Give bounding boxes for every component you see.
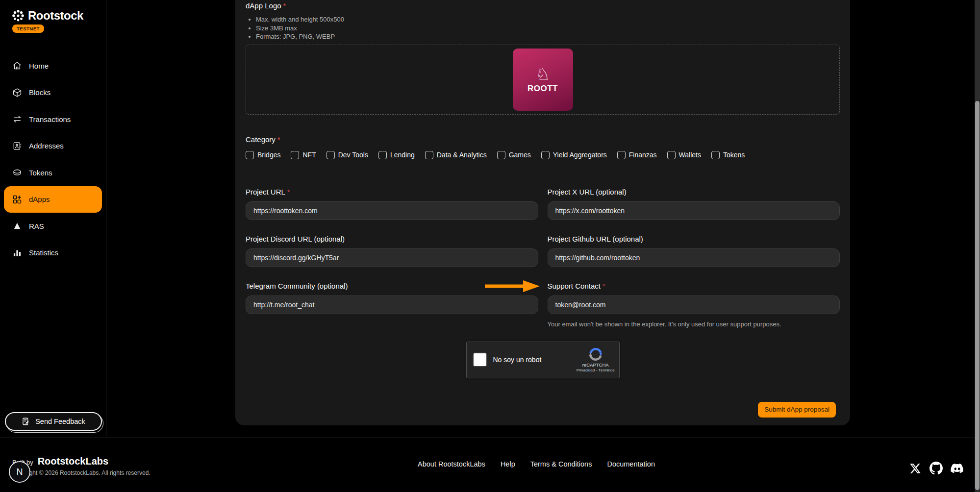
scrollbar-thumb[interactable] — [975, 101, 980, 490]
n-overlay-badge[interactable]: N — [9, 461, 30, 483]
category-option-yield-aggregators[interactable]: Yield Aggregators — [541, 151, 607, 159]
checkbox-icon — [541, 151, 550, 159]
project-url-field: Project URL* — [246, 187, 538, 220]
sidebar-item-ras[interactable]: RAS — [4, 213, 102, 240]
recaptcha-logo-icon — [588, 347, 603, 362]
submit-dapp-proposal-button[interactable]: Submit dApp proposal — [758, 402, 836, 418]
footer-brand[interactable]: RootstockLabs — [38, 456, 108, 467]
checkbox-icon — [246, 151, 254, 159]
checkbox-icon — [497, 151, 505, 159]
sidebar-item-addresses[interactable]: Addresses — [4, 133, 102, 160]
footer-links: About RootstockLabs Help Terms & Conditi… — [418, 460, 655, 468]
support-contact-field: Support Contact* Your email won't be sho… — [548, 281, 840, 328]
sidebar: Rootstock TESTNET Home Blocks Transactio… — [0, 0, 106, 438]
checkbox-icon — [378, 151, 387, 159]
checkbox-icon — [711, 151, 720, 159]
category-option-nft[interactable]: NFT — [291, 151, 316, 159]
project-x-url-field: Project X URL (optional) — [548, 187, 840, 220]
sidebar-item-tokens[interactable]: Tokens — [4, 159, 102, 186]
feedback-form-icon — [22, 417, 30, 426]
required-asterisk: * — [287, 188, 290, 196]
x-icon[interactable] — [908, 462, 922, 475]
recaptcha-privacy-links[interactable]: Privacidad - Términos — [577, 368, 615, 372]
uploaded-logo-preview[interactable]: ♘ ROOTT — [513, 49, 573, 111]
discord-icon[interactable] — [951, 462, 964, 475]
category-option-lending[interactable]: Lending — [378, 151, 415, 159]
feedback-label: Send Feedback — [35, 418, 85, 425]
category-option-tokens[interactable]: Tokens — [711, 151, 745, 159]
sidebar-nav: Home Blocks Transactions Addresses Token… — [4, 52, 102, 266]
sidebar-item-blocks[interactable]: Blocks — [4, 79, 102, 106]
logo-preview-text: ROOTT — [528, 84, 558, 94]
support-contact-input[interactable] — [548, 295, 840, 314]
sidebar-item-label: Home — [29, 62, 49, 70]
footer: Built by RootstockLabs Copyright © 2026 … — [0, 438, 980, 492]
submit-row: Submit dApp proposal — [246, 402, 840, 418]
sidebar-item-home[interactable]: Home — [4, 52, 102, 79]
logo-requirement: Size 3MB max — [256, 24, 840, 33]
category-option-dev-tools[interactable]: Dev Tools — [327, 151, 368, 159]
sidebar-item-statistics[interactable]: Statistics — [4, 240, 102, 267]
project-x-url-label: Project X URL (optional) — [548, 187, 840, 197]
knight-chess-icon: ♘ — [535, 66, 550, 83]
checkbox-icon — [425, 151, 433, 159]
send-feedback-button[interactable]: Send Feedback — [5, 412, 102, 431]
required-asterisk: * — [603, 282, 605, 290]
support-contact-label: Support Contact* — [548, 281, 840, 291]
logo-requirement: Max. width and height 500x500 — [256, 15, 840, 24]
footer-link-documentation[interactable]: Documentation — [607, 460, 655, 468]
recaptcha-checkbox[interactable] — [474, 353, 486, 366]
orange-arrow-annotation — [485, 280, 540, 292]
sidebar-item-label: Tokens — [29, 169, 52, 177]
category-option-bridges[interactable]: Bridges — [246, 151, 280, 159]
recaptcha-widget: No soy un robot reCAPTCHA Privacidad - T… — [466, 342, 620, 378]
blocks-icon — [12, 88, 22, 98]
footer-link-help[interactable]: Help — [501, 460, 515, 468]
page-scrollbar — [975, 0, 980, 492]
project-github-url-input[interactable] — [548, 248, 840, 267]
project-url-input[interactable] — [246, 201, 538, 220]
sidebar-item-label: Addresses — [29, 142, 64, 150]
category-option-finanzas[interactable]: Finanzas — [617, 151, 657, 159]
sidebar-item-label: Blocks — [29, 88, 50, 97]
checkbox-icon — [327, 151, 335, 159]
project-discord-url-label: Project Discord URL (optional) — [246, 234, 538, 244]
project-github-url-label: Project Github URL (optional) — [548, 234, 840, 244]
category-option-wallets[interactable]: Wallets — [667, 151, 701, 159]
logo-requirement: Formats: JPG, PNG, WEBP — [256, 32, 840, 41]
recaptcha-brand-text: reCAPTCHA — [582, 362, 609, 368]
footer-social-icons — [908, 462, 964, 475]
footer-link-about[interactable]: About RootstockLabs — [418, 460, 485, 468]
project-url-label: Project URL* — [246, 187, 538, 197]
rootstock-logo[interactable]: Rootstock — [12, 9, 83, 23]
copyright-text: Copyright © 2026 RootstockLabs. All righ… — [12, 469, 151, 476]
sidebar-item-transactions[interactable]: Transactions — [4, 106, 102, 133]
ras-icon — [12, 221, 22, 231]
checkbox-icon — [617, 151, 626, 159]
required-asterisk: * — [283, 2, 286, 10]
home-icon — [12, 61, 22, 71]
project-discord-url-input[interactable] — [246, 248, 538, 267]
checkbox-icon — [291, 151, 299, 159]
category-option-data-analytics[interactable]: Data & Analytics — [425, 151, 487, 159]
project-discord-url-field: Project Discord URL (optional) — [246, 234, 538, 267]
sidebar-item-label: dApps — [29, 195, 50, 203]
rootstock-flower-icon — [12, 9, 25, 22]
sidebar-item-dapps[interactable]: dApps — [4, 186, 102, 213]
telegram-community-input[interactable] — [246, 295, 538, 314]
dapp-logo-label: dApp Logo* — [246, 1, 840, 11]
brand-name: Rootstock — [28, 9, 83, 23]
category-option-games[interactable]: Games — [497, 151, 531, 159]
support-contact-helper-text: Your email won't be shown in the explore… — [548, 320, 840, 328]
project-x-url-input[interactable] — [548, 201, 840, 220]
url-fields-grid: Project URL* Project X URL (optional) Pr… — [246, 187, 840, 328]
category-options: Bridges NFT Dev Tools Lending Data & Ana… — [246, 151, 840, 159]
tokens-icon — [12, 168, 22, 177]
dapps-icon — [12, 195, 22, 204]
dapp-proposal-form-panel: dApp Logo* Max. width and height 500x500… — [235, 0, 850, 425]
github-icon[interactable] — [930, 462, 943, 475]
logo-upload-dropzone[interactable]: ♘ ROOTT — [246, 45, 840, 115]
recaptcha-branding: reCAPTCHA Privacidad - Términos — [577, 347, 615, 372]
footer-link-terms[interactable]: Terms & Conditions — [530, 460, 592, 468]
transactions-icon — [12, 114, 22, 124]
